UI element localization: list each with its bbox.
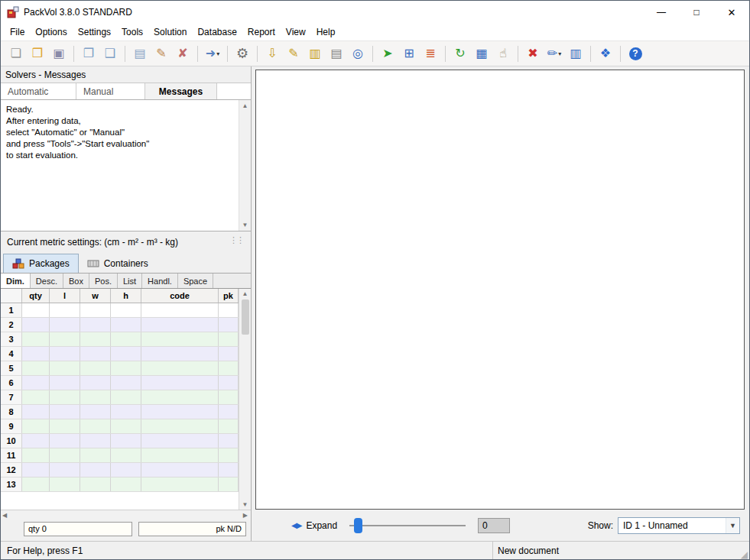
stop-evaluation-button[interactable]: ≣: [420, 44, 441, 64]
tab-desc[interactable]: Desc.: [31, 274, 63, 288]
cell-h[interactable]: [111, 347, 141, 361]
cell-l[interactable]: [50, 332, 80, 346]
row-number[interactable]: 8: [1, 405, 22, 419]
row-number[interactable]: 10: [1, 434, 22, 448]
cell-qty[interactable]: [22, 361, 50, 375]
scroll-up-icon[interactable]: ▲: [242, 290, 248, 297]
cell-code[interactable]: [141, 434, 219, 448]
col-header-qty[interactable]: qty: [22, 289, 50, 303]
col-header-code[interactable]: code: [141, 289, 219, 303]
cell-w[interactable]: [80, 434, 111, 448]
row-number[interactable]: 5: [1, 361, 22, 375]
table-row[interactable]: 5: [1, 361, 239, 376]
solution-tree-button[interactable]: ⊞: [398, 44, 420, 64]
package-print-button[interactable]: ▤: [326, 44, 347, 64]
cell-pk[interactable]: [219, 390, 239, 404]
cell-code[interactable]: [141, 347, 219, 361]
menu-help[interactable]: Help: [311, 25, 341, 39]
grid-vertical-scrollbar[interactable]: ▲ ▼: [239, 289, 251, 510]
cell-code[interactable]: [141, 463, 219, 477]
tab-packages[interactable]: Packages: [3, 254, 79, 273]
cell-l[interactable]: [50, 477, 80, 491]
package-search-button[interactable]: ◎: [347, 44, 369, 64]
cell-qty[interactable]: [22, 376, 50, 390]
cell-h[interactable]: [111, 419, 141, 433]
table-row[interactable]: 13: [1, 477, 239, 492]
scroll-down-icon[interactable]: ▼: [242, 501, 248, 508]
cell-h[interactable]: [111, 405, 141, 419]
cell-w[interactable]: [80, 405, 111, 419]
cell-h[interactable]: [111, 390, 141, 404]
cell-pk[interactable]: [219, 448, 239, 462]
delete-sheet-button[interactable]: ✘: [172, 44, 193, 64]
menu-solution[interactable]: Solution: [148, 25, 192, 39]
refresh-button[interactable]: ↻: [450, 44, 471, 64]
cell-w[interactable]: [80, 448, 111, 462]
cell-l[interactable]: [50, 361, 80, 375]
cell-w[interactable]: [80, 463, 111, 477]
table-row[interactable]: 1: [1, 303, 239, 318]
cell-code[interactable]: [141, 419, 219, 433]
cell-w[interactable]: [80, 347, 111, 361]
slider-thumb[interactable]: [354, 518, 362, 533]
cell-qty[interactable]: [22, 434, 50, 448]
cell-code[interactable]: [141, 405, 219, 419]
fit-view-button[interactable]: ❖: [595, 44, 616, 64]
cell-code[interactable]: [141, 448, 219, 462]
scroll-up-icon[interactable]: ▲: [242, 102, 248, 109]
menu-report[interactable]: Report: [242, 25, 281, 39]
table-row[interactable]: 2: [1, 318, 239, 332]
table-view-button[interactable]: ▦: [471, 44, 492, 64]
grid-view-button[interactable]: ▥: [565, 44, 586, 64]
cell-pk[interactable]: [219, 419, 239, 433]
scroll-down-icon[interactable]: ▼: [242, 222, 248, 228]
tab-pos[interactable]: Pos.: [89, 274, 118, 288]
start-evaluation-button[interactable]: ➤: [377, 44, 398, 64]
row-number[interactable]: 12: [1, 463, 22, 477]
cell-h[interactable]: [111, 303, 141, 317]
cell-code[interactable]: [141, 477, 219, 491]
minimize-button[interactable]: —: [644, 1, 679, 24]
cell-code[interactable]: [141, 361, 219, 375]
table-row[interactable]: 6: [1, 376, 239, 390]
close-button[interactable]: ✕: [714, 1, 749, 24]
col-header-h[interactable]: h: [111, 289, 141, 303]
cell-qty[interactable]: [22, 405, 50, 419]
cell-code[interactable]: [141, 303, 219, 317]
menu-file[interactable]: File: [5, 25, 30, 39]
close-solution-button[interactable]: ✖: [522, 44, 544, 64]
expand-button[interactable]: ◀▶ Expand: [291, 520, 337, 531]
cell-qty[interactable]: [22, 419, 50, 433]
col-header-pk[interactable]: pk: [219, 289, 239, 303]
cell-code[interactable]: [141, 376, 219, 390]
cell-qty[interactable]: [22, 448, 50, 462]
tab-messages[interactable]: Messages: [145, 83, 217, 99]
row-number[interactable]: 7: [1, 390, 22, 404]
row-number[interactable]: 3: [1, 332, 22, 346]
cell-l[interactable]: [50, 434, 80, 448]
tab-manual[interactable]: Manual: [76, 83, 145, 99]
cell-h[interactable]: [111, 376, 141, 390]
help-button[interactable]: ?: [625, 44, 646, 64]
menu-view[interactable]: View: [281, 25, 311, 39]
cell-qty[interactable]: [22, 347, 50, 361]
cell-l[interactable]: [50, 318, 80, 332]
cell-l[interactable]: [50, 303, 80, 317]
chevron-down-icon[interactable]: ▼: [726, 518, 739, 533]
cell-h[interactable]: [111, 477, 141, 491]
save-button[interactable]: ▣: [48, 44, 70, 64]
copy-button[interactable]: ❐: [78, 44, 99, 64]
cell-w[interactable]: [80, 303, 111, 317]
paste-button[interactable]: ❑: [99, 44, 121, 64]
annotate-button[interactable]: ✏▾: [544, 44, 565, 64]
cell-l[interactable]: [50, 347, 80, 361]
package-box-button[interactable]: ▥: [304, 44, 326, 64]
table-row[interactable]: 11: [1, 448, 239, 463]
row-number[interactable]: 13: [1, 477, 22, 491]
table-row[interactable]: 9: [1, 419, 239, 434]
table-row[interactable]: 3: [1, 332, 239, 347]
grid-horizontal-scrollbar[interactable]: ◀ ▶: [1, 510, 251, 520]
cell-qty[interactable]: [22, 463, 50, 477]
cell-qty[interactable]: [22, 318, 50, 332]
cell-l[interactable]: [50, 448, 80, 462]
